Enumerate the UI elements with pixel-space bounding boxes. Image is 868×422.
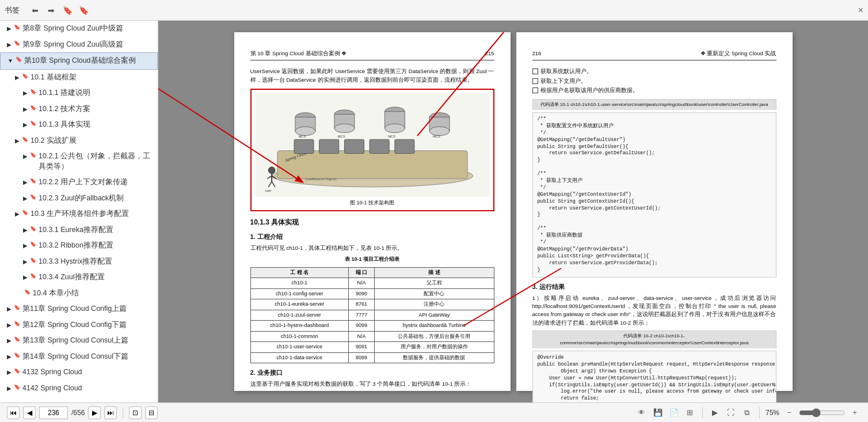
eye-icon[interactable]: 👁 — [635, 406, 648, 419]
separator3 — [759, 407, 760, 419]
sidebar-item-ch10-2[interactable]: ▶🔖 10.2 实战扩展 — [0, 133, 158, 149]
bottom-bar: ⏮ ◀ /656 ▶ ⏭ ⊡ ⊟ 👁 💾 📄 ⊞ ▶ ⛶ ⧉ 75% − + — [0, 402, 868, 422]
sidebar-item-ch11[interactable]: ▶🔖 第11章 Spring Cloud Config上篇 — [0, 301, 158, 317]
sidebar-item-ch10-3-4[interactable]: ▶🔖 10.3.4 Zuul推荐配置 — [0, 269, 158, 286]
next-page-button[interactable]: ▶ — [88, 406, 101, 419]
svg-rect-7 — [394, 139, 414, 153]
sidebar-item-ch13[interactable]: ▶🔖 第13章 Spring Cloud Consul上篇 — [0, 333, 158, 349]
bookmark-indicator: 🔖 — [30, 193, 36, 201]
save-icon[interactable]: 💾 — [652, 406, 664, 419]
bookmark-indicator: 🔖 — [14, 367, 20, 375]
table-cell: ch10-1-config-server — [250, 288, 348, 299]
table-cell: ch10-1-user-service — [250, 342, 348, 353]
expand-triangle: ▶ — [23, 105, 28, 113]
bookmark-indicator: 🔖 — [30, 120, 36, 127]
sidebar-item-ch10-3-2[interactable]: ▶🔖 10.3.2 Ribbon推荐配置 — [0, 238, 158, 254]
sidebar-item-ch10-1-3[interactable]: ▶🔖 10.1.3 具体实现 — [0, 117, 158, 133]
svg-point-13 — [334, 124, 354, 133]
expand-triangle: ▶ — [7, 321, 12, 329]
table-row: ch10-1-eureka-server8761注册中心 — [250, 299, 494, 310]
copy-icon[interactable]: 📄 — [668, 406, 680, 419]
svg-text:user: user — [265, 188, 271, 192]
zoom-slider[interactable] — [799, 408, 845, 417]
right-header-text: ❖ 重新定义 Spring Cloud 实战 — [701, 50, 776, 58]
sidebar-item-ch10-4[interactable]: 🔖 10.4 本章小结 — [0, 286, 158, 302]
svg-point-10 — [295, 127, 315, 136]
zoom-plus-icon[interactable]: + — [848, 406, 861, 419]
bookmark-indicator: 🔖 — [30, 225, 36, 233]
sidebar-label: 10.3.1 Eureka推荐配置 — [39, 225, 113, 235]
sidebar-item-ch10-3-3[interactable]: ▶🔖 10.3.3 Hystrix推荐配置 — [0, 254, 158, 270]
close-button[interactable]: × — [858, 5, 863, 16]
separator1 — [123, 407, 123, 419]
table-cell: 9090 — [348, 288, 374, 299]
screen-icon[interactable]: ⛶ — [725, 406, 737, 419]
screen-icon2[interactable]: ⧉ — [741, 406, 753, 419]
zoom-minus-icon[interactable]: − — [783, 406, 795, 419]
expand-triangle: ▶ — [23, 121, 28, 129]
svg-line-26 — [267, 176, 272, 178]
table-cell: 9091 — [348, 342, 374, 353]
sidebar-item-ch10-2-2[interactable]: ▶🔖 10.2.2 用户上下文对象传递 — [0, 174, 158, 191]
back-icon[interactable]: ⬅ — [29, 4, 41, 17]
sidebar-label: 第13章 Spring Cloud Consul上篇 — [22, 336, 128, 346]
bookmark-indicator: 🔖 — [30, 151, 36, 159]
arrange-icon[interactable]: ⊞ — [684, 406, 696, 419]
page-input[interactable] — [39, 406, 68, 419]
sidebar-item-ch10[interactable]: ▼🔖 第10章 Spring Cloud基础综合案例 — [0, 52, 158, 70]
bookmark-icon1[interactable]: 🔖 — [61, 4, 74, 17]
last-page-button[interactable]: ⏭ — [104, 406, 117, 419]
sidebar: ▶🔖 第8章 Spring Cloud Zuul中级篇▶🔖 第9章 Spring… — [0, 21, 158, 402]
left-page-header: 第 10 章 Spring Cloud 基础综合案例 ❖ 215 — [250, 50, 494, 60]
sidebar-label: 第14章 Spring Cloud Consul下篇 — [22, 352, 128, 362]
sidebar-item-ch10-2-3[interactable]: ▶🔖 10.2.3 Zuul的Fallback机制 — [0, 191, 158, 207]
table-cell: 公共基础包，方便后台服务引用 — [375, 331, 494, 342]
table-cell: 9099 — [348, 321, 374, 332]
table-row: ch10-1-config-server9090配置中心 — [250, 288, 494, 299]
expand-button[interactable]: ⊡ — [129, 406, 142, 419]
sidebar-item-ch10-3-1[interactable]: ▶🔖 10.3.1 Eureka推荐配置 — [0, 222, 158, 238]
sidebar-item-ch10-2-1[interactable]: ▶🔖 10.2.1 公共包（对象，拦截器，工具类等） — [0, 149, 158, 174]
shrink-button[interactable]: ⊟ — [145, 406, 158, 419]
play-icon[interactable]: ▶ — [709, 406, 721, 419]
sidebar-item-ch8[interactable]: ▶🔖 第8章 Spring Cloud Zuul中级篇 — [0, 21, 158, 37]
zoom-level: 75% — [766, 409, 779, 417]
sidebar-item-ch14[interactable]: ▶🔖 第14章 Spring Cloud Consul下篇 — [0, 349, 158, 365]
code-header2: 代码清单 10-2 ch10-1\ch10-1-common\src\main\… — [532, 330, 776, 348]
sidebar-label: 第10章 Spring Cloud基础综合案例 — [24, 56, 136, 66]
sidebar-item-ch10-1-1[interactable]: ▶🔖 10.1.1 搭建说明 — [0, 85, 158, 101]
table-row: ch10-1-hystrix-dashboard9099hystrix dash… — [250, 321, 494, 332]
bookmark-indicator: 🔖 — [14, 383, 20, 391]
bookmark-indicator: 🔖 — [30, 241, 36, 248]
bottom-right: 👁 💾 📄 ⊞ ▶ ⛶ ⧉ 75% − + — [635, 406, 861, 419]
sidebar-item-ch42-spring[interactable]: ▶🔖 4142 Spring Cloud — [0, 381, 158, 397]
sidebar-label: 10.1 基础框架 — [31, 73, 77, 83]
sidebar-item-ch9[interactable]: ▶🔖 第9章 Spring Cloud Zuul高级篇 — [0, 37, 158, 53]
svg-rect-6 — [370, 139, 389, 153]
table-cell: 7777 — [348, 310, 374, 321]
svg-point-24 — [268, 167, 275, 174]
sidebar-item-ch12[interactable]: ▶🔖 第12章 Spring Cloud Config下篇 — [0, 317, 158, 333]
sidebar-item-ch10-1[interactable]: ▶🔖 10.1 基础框架 — [0, 70, 158, 86]
bookmark-indicator: 🔖 — [30, 257, 36, 264]
right-page: 216 ❖ 重新定义 Spring Cloud 实战 获取系统默认用户。获取上下… — [516, 32, 793, 391]
left-page: 第 10 章 Spring Cloud 基础综合案例 ❖ 215 UserSer… — [234, 32, 511, 391]
forward-icon[interactable]: ➡ — [45, 4, 58, 17]
check-label: 获取系统默认用户。 — [540, 67, 592, 75]
table-cell: ch10-1-hystrix-dashboard — [250, 321, 348, 332]
sidebar-item-ch10-1-2[interactable]: ▶🔖 10.1.2 技术方案 — [0, 101, 158, 117]
table-caption: 表 10-1 项目工程介绍表 — [250, 256, 494, 264]
first-page-button[interactable]: ⏮ — [7, 406, 20, 419]
prev-page-button[interactable]: ◀ — [23, 406, 36, 419]
sidebar-label: 10.3.3 Hystrix推荐配置 — [39, 257, 112, 267]
check-item: 根据用户名获取该用户的供应商数据。 — [532, 86, 776, 94]
sidebar-item-ch41-spring[interactable]: ▶🔖 4132 Spring Cloud — [0, 364, 158, 381]
svg-point-19 — [429, 127, 450, 136]
svg-text:LoadBalance (Nginx): LoadBalance (Nginx) — [305, 177, 336, 181]
bookmark-icon2[interactable]: 🔖 — [77, 4, 90, 17]
table-cell: 配置中心 — [375, 288, 494, 299]
diagram-box: Spring Cloud — [250, 89, 494, 212]
pages-container[interactable]: 第 10 章 Spring Cloud 基础综合案例 ❖ 215 UserSer… — [158, 21, 868, 402]
sidebar-item-ch10-3[interactable]: ▶🔖 10.3 生产环境各组件参考配置 — [0, 206, 158, 222]
expand-triangle: ▶ — [7, 353, 12, 361]
